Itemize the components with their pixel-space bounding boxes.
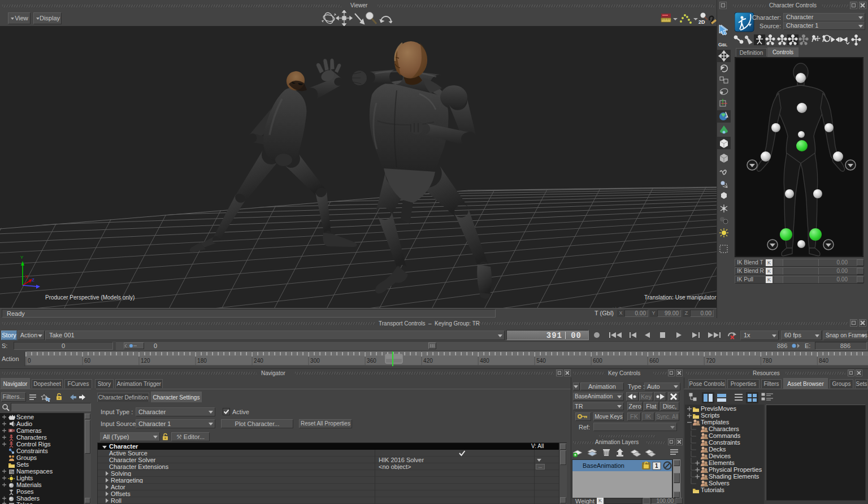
svg-text:Elements: Elements: [709, 459, 735, 466]
svg-text:300: 300: [310, 358, 320, 364]
svg-text:660: 660: [649, 358, 659, 364]
svg-text:Translation: Use manipulator: Translation: Use manipulator: [644, 294, 717, 301]
svg-text:Tutorials: Tutorials: [701, 486, 724, 493]
svg-text:Control Rigs: Control Rigs: [16, 441, 51, 447]
svg-text:Solvers: Solvers: [709, 480, 730, 486]
svg-text:Producer Perspective (Models o: Producer Perspective (Models only): [45, 294, 134, 301]
svg-text:Materials: Materials: [16, 481, 42, 488]
svg-text:Scripts: Scripts: [701, 412, 720, 419]
svg-text:840: 840: [819, 358, 828, 364]
svg-text:780: 780: [762, 358, 772, 364]
svg-text:Constraints: Constraints: [709, 439, 740, 446]
svg-text:600: 600: [593, 358, 602, 364]
svg-text:240: 240: [254, 358, 263, 364]
svg-text:Commands: Commands: [709, 432, 741, 439]
svg-text:Sets: Sets: [16, 461, 29, 468]
svg-text:Decks: Decks: [709, 446, 726, 453]
svg-text:540: 540: [536, 358, 546, 364]
svg-text:Characters: Characters: [709, 425, 739, 432]
svg-text:1: 1: [655, 463, 658, 469]
svg-text:Constraints: Constraints: [16, 447, 48, 454]
svg-text:Ta: Ta: [10, 470, 14, 474]
svg-text:360: 360: [367, 358, 376, 364]
svg-text:Takes: Takes: [16, 501, 33, 504]
svg-text:120: 120: [141, 358, 150, 364]
svg-text:Cameras: Cameras: [16, 427, 42, 434]
svg-text:Scene: Scene: [16, 414, 34, 420]
svg-text:Namespaces: Namespaces: [16, 468, 53, 475]
svg-text:Shading Elements: Shading Elements: [709, 473, 760, 480]
svg-text:180: 180: [197, 358, 207, 364]
svg-text:Y: Y: [20, 255, 24, 260]
svg-text:480: 480: [480, 358, 489, 364]
svg-text:Z: Z: [32, 277, 34, 283]
svg-text:Characters: Characters: [16, 434, 47, 441]
svg-text:Devices: Devices: [709, 453, 731, 459]
svg-text:X: X: [25, 274, 28, 279]
svg-text:Audio: Audio: [16, 420, 32, 427]
svg-text:Physical Properties: Physical Properties: [709, 466, 762, 473]
svg-text:0: 0: [28, 358, 31, 364]
svg-text:420: 420: [423, 358, 433, 364]
svg-text:Groups: Groups: [16, 454, 37, 461]
svg-text:60: 60: [84, 358, 91, 364]
svg-text:720: 720: [706, 358, 715, 364]
svg-text:Poses: Poses: [16, 488, 34, 495]
svg-text:PrevisMoves: PrevisMoves: [701, 405, 736, 412]
svg-text:Lights: Lights: [16, 475, 33, 481]
svg-text:Templates: Templates: [701, 419, 730, 425]
